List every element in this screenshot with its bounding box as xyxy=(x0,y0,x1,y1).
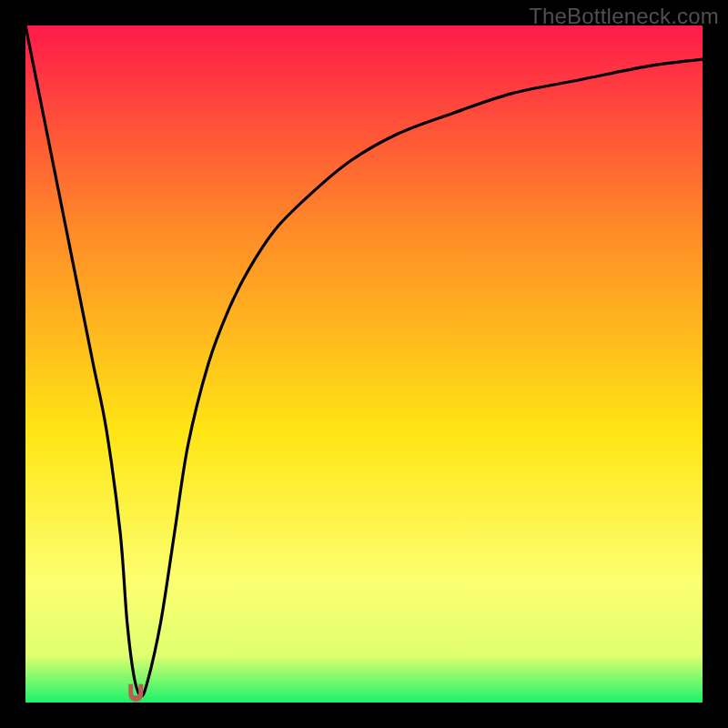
bottleneck-chart-svg xyxy=(25,25,703,703)
watermark-text: TheBottleneck.com xyxy=(529,4,719,29)
chart-outer-frame: TheBottleneck.com xyxy=(0,0,728,728)
chart-plot-area xyxy=(25,25,703,703)
gradient-background xyxy=(25,25,703,703)
